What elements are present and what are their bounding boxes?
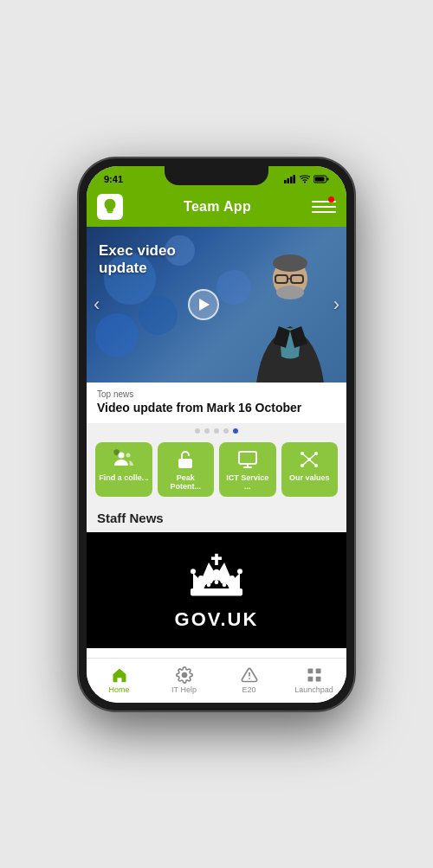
carousel-dots xyxy=(87,423,346,435)
svg-rect-0 xyxy=(284,180,287,183)
svg-rect-30 xyxy=(191,588,242,595)
people-icon xyxy=(113,449,134,470)
quick-actions: Find a colle... Peak Potent... xyxy=(87,435,346,506)
svg-point-13 xyxy=(276,286,304,299)
staff-news-title: Staff News xyxy=(87,505,346,532)
nav-launchpad-label: Launchpad xyxy=(294,685,333,694)
play-button[interactable] xyxy=(188,289,219,320)
svg-point-39 xyxy=(215,580,219,584)
nav-home-label: Home xyxy=(108,685,129,694)
hero-text: Exec video update xyxy=(99,242,176,278)
svg-point-15 xyxy=(126,453,130,457)
action-peak-potential[interactable]: Peak Potent... xyxy=(158,442,215,498)
bokeh-circle xyxy=(139,296,178,335)
triangle-icon xyxy=(241,666,258,684)
svg-point-33 xyxy=(198,575,204,581)
svg-rect-7 xyxy=(315,177,325,181)
bokeh-circle xyxy=(95,313,139,357)
notification-dot xyxy=(328,196,334,203)
svg-point-38 xyxy=(207,582,211,587)
svg-line-29 xyxy=(309,460,316,466)
action-label-find-colleague: Find a colle... xyxy=(99,473,148,483)
svg-point-4 xyxy=(304,181,306,183)
svg-point-40 xyxy=(223,582,227,587)
svg-point-35 xyxy=(229,575,235,581)
nav-launchpad[interactable]: Launchpad xyxy=(281,659,346,703)
govuk-banner[interactable]: GOV.UK xyxy=(87,532,346,648)
nav-home[interactable]: Home xyxy=(87,659,152,703)
hero-line2: update xyxy=(99,260,147,276)
phone-device: 9:41 xyxy=(78,158,355,711)
signal-icon xyxy=(284,175,296,183)
notch xyxy=(165,166,268,185)
news-label: Top news xyxy=(97,389,336,399)
action-our-values[interactable]: Our values xyxy=(281,442,339,498)
dot-4[interactable] xyxy=(223,428,229,434)
status-time: 9:41 xyxy=(104,174,123,184)
svg-point-37 xyxy=(237,569,242,574)
carousel-prev[interactable]: ‹ xyxy=(94,293,100,316)
svg-rect-1 xyxy=(288,178,290,183)
svg-rect-47 xyxy=(315,677,320,682)
action-ict-service[interactable]: ICT Service ... xyxy=(219,442,276,498)
hero-line1: Exec video xyxy=(99,242,176,259)
bottom-nav: Home IT Help E20 xyxy=(87,658,346,703)
scroll-content: Exec video update ‹ › Top news Video upd… xyxy=(87,227,346,658)
action-find-colleague[interactable]: Find a colle... xyxy=(95,442,152,498)
nav-it-help-label: IT Help xyxy=(171,685,197,694)
svg-rect-18 xyxy=(239,452,256,464)
nav-e20-label: E20 xyxy=(242,685,255,694)
svg-point-17 xyxy=(184,461,187,464)
svg-line-28 xyxy=(302,460,309,466)
home-icon xyxy=(111,666,128,684)
svg-line-27 xyxy=(309,453,316,460)
gear-icon xyxy=(176,666,193,684)
wifi-icon xyxy=(300,175,310,183)
nav-it-help[interactable]: IT Help xyxy=(152,659,216,703)
battery-icon xyxy=(313,175,329,183)
nav-e20[interactable]: E20 xyxy=(216,659,281,703)
svg-rect-2 xyxy=(290,177,293,183)
status-icons xyxy=(284,175,329,183)
app-header: Team App xyxy=(87,190,346,227)
svg-point-36 xyxy=(191,569,196,574)
dot-3[interactable] xyxy=(214,428,219,434)
logo-icon xyxy=(100,197,120,216)
svg-rect-44 xyxy=(307,669,313,674)
news-caption: Top news Video update from Mark 16 Octob… xyxy=(87,383,346,423)
svg-rect-32 xyxy=(211,556,222,560)
action-label-our-values: Our values xyxy=(289,473,330,483)
lock-open-icon xyxy=(175,449,196,470)
dot-5[interactable] xyxy=(233,428,238,434)
app-logo xyxy=(97,194,123,220)
carousel-next[interactable]: › xyxy=(333,293,339,316)
svg-rect-6 xyxy=(327,177,329,180)
govuk-crown-icon xyxy=(182,550,251,601)
network-icon xyxy=(299,449,320,470)
menu-button[interactable] xyxy=(312,195,336,219)
svg-rect-3 xyxy=(294,175,296,183)
svg-point-43 xyxy=(249,678,250,679)
svg-rect-45 xyxy=(315,669,320,674)
svg-line-26 xyxy=(302,453,309,460)
svg-point-12 xyxy=(273,254,307,272)
monitor-icon xyxy=(237,449,258,470)
svg-point-34 xyxy=(213,569,219,575)
hero-carousel[interactable]: Exec video update ‹ › xyxy=(87,227,346,383)
action-label-peak-potential: Peak Potent... xyxy=(161,473,211,492)
svg-point-41 xyxy=(182,673,186,678)
app-title: Team App xyxy=(184,199,251,215)
grid-icon xyxy=(306,666,323,684)
govuk-text: GOV.UK xyxy=(175,608,259,631)
dot-2[interactable] xyxy=(204,428,210,434)
news-title: Video update from Mark 16 October xyxy=(97,401,336,415)
hero-person xyxy=(242,253,338,383)
person-silhouette xyxy=(242,253,338,383)
svg-rect-46 xyxy=(307,677,313,682)
phone-screen: 9:41 xyxy=(87,166,346,703)
action-label-ict-service: ICT Service ... xyxy=(223,473,273,492)
dot-1[interactable] xyxy=(195,428,200,434)
